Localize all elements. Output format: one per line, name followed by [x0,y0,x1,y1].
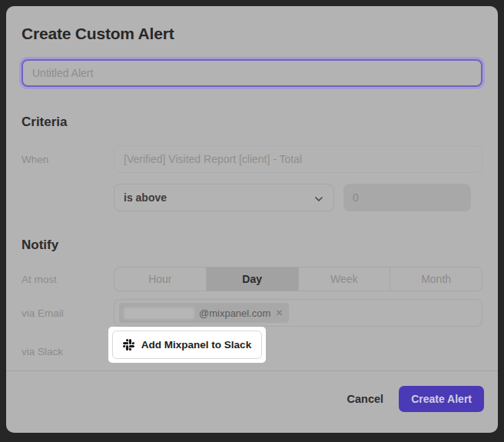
slack-icon [123,339,134,351]
create-custom-alert-modal: Create Custom Alert Criteria When [Verif… [6,6,498,433]
alert-name-input[interactable] [22,59,482,87]
condition-row: is above 0 [22,184,482,211]
email-chip-domain: @mixpanel.com [199,307,270,319]
modal-footer: Cancel Create Alert [6,371,498,433]
at-most-row: At most Hour Day Week Month [22,267,482,291]
via-slack-label: via Slack [22,332,114,357]
tour-spotlight: Add Mixpanel to Slack [108,327,266,363]
redacted-email-username [124,307,194,319]
via-email-row: via Email @mixpanel.com ✕ [22,299,482,327]
frequency-segmented-control: Hour Day Week Month [114,267,482,291]
condition-dropdown[interactable]: is above [114,184,334,211]
slack-button-label: Add Mixpanel to Slack [141,339,251,351]
cancel-button[interactable]: Cancel [347,393,384,405]
threshold-input[interactable]: 0 [343,184,471,211]
chevron-down-icon [315,191,323,204]
condition-dropdown-value: is above [124,191,167,204]
segment-week[interactable]: Week [299,268,391,291]
segment-hour[interactable]: Hour [114,268,207,291]
when-row: When [Verified] Visited Report [client] … [22,145,482,173]
modal-title: Create Custom Alert [22,25,482,43]
notify-heading: Notify [22,238,482,253]
add-mixpanel-to-slack-button[interactable]: Add Mixpanel to Slack [112,331,262,359]
segment-day[interactable]: Day [207,268,299,291]
email-recipients-field[interactable]: @mixpanel.com ✕ [114,299,482,327]
create-alert-button[interactable]: Create Alert [399,386,484,412]
email-chip: @mixpanel.com ✕ [119,303,289,323]
via-slack-row: via Slack Add Mixpanel to Slack [22,327,482,363]
criteria-heading: Criteria [22,115,482,130]
when-label: When [22,154,114,165]
segment-month[interactable]: Month [390,268,482,291]
at-most-label: At most [22,274,114,285]
remove-email-icon[interactable]: ✕ [275,308,283,317]
via-email-label: via Email [22,307,114,319]
when-metric-field[interactable]: [Verified] Visited Report [client] - Tot… [114,145,482,173]
